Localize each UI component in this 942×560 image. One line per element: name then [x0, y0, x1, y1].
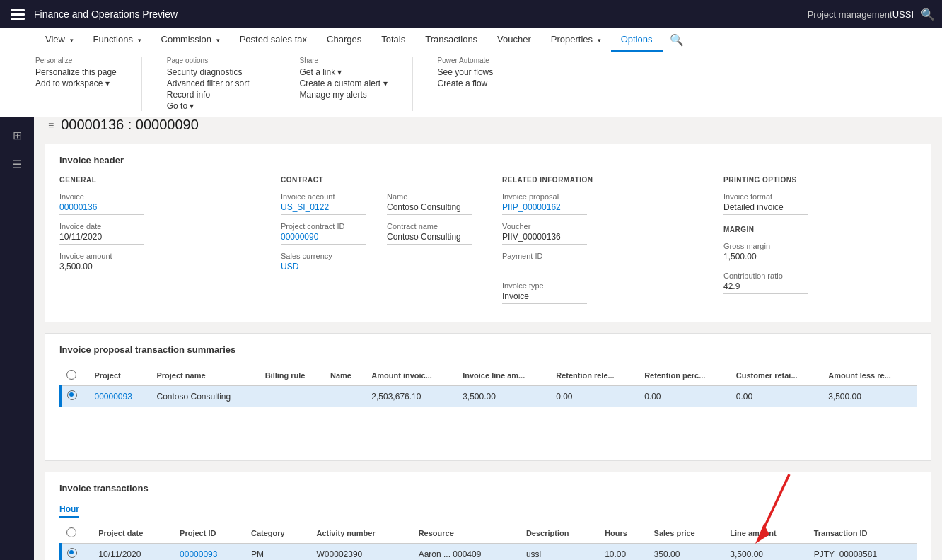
name-value: Contoso Consulting — [387, 202, 472, 215]
col-project[interactable]: Project — [88, 366, 151, 386]
voucher-label: Voucher — [502, 222, 695, 231]
project-contract-id-value[interactable]: 00000090 — [281, 232, 366, 245]
page-options-title: Page options — [167, 57, 250, 64]
txn-radio[interactable] — [67, 548, 77, 558]
list-view-icon[interactable]: ≡ — [48, 119, 54, 131]
col-project-name[interactable]: Project name — [151, 366, 259, 386]
invoice-proposal-field: Invoice proposal PIIP_00000162 — [502, 192, 695, 215]
txn-col-project-id[interactable]: Project ID — [174, 523, 245, 544]
main-content: ▼ Invoice journals | 0000093 : CONTOSO C… — [34, 92, 942, 560]
summary-name — [325, 386, 366, 407]
manage-alerts-link[interactable]: Manage my alerts — [299, 90, 387, 100]
col-invoice-line-am[interactable]: Invoice line am... — [457, 366, 550, 386]
security-diagnostics-link[interactable]: Security diagnostics — [167, 67, 250, 77]
col-amount-less[interactable]: Amount less re... — [822, 366, 917, 386]
txn-col-activity-number[interactable]: Activity number — [311, 523, 413, 544]
invoice-format-value: Detailed invoice — [723, 202, 808, 215]
ribbon-search-icon[interactable]: 🔍 — [670, 28, 684, 52]
share-items: Get a link ▾ Create a custom alert ▾ Man… — [299, 67, 387, 100]
payment-id-value — [502, 262, 587, 274]
sales-currency-label: Sales currency — [281, 252, 366, 260]
project-contract-id-label: Project contract ID — [281, 222, 366, 231]
record-info-link[interactable]: Record info — [167, 90, 250, 100]
invoice-proposal-value[interactable]: PIIP_00000162 — [502, 202, 587, 215]
ribbon-group-page-options: Page options Security diagnostics Advanc… — [167, 57, 250, 111]
summaries-header-row: Project Project name Billing rule Name A… — [61, 366, 917, 386]
invoice-proposal-label: Invoice proposal — [502, 192, 695, 201]
select-all-radio[interactable] — [66, 370, 76, 380]
ribbon-group-personalize: Personalize Personalize this page Add to… — [35, 57, 117, 111]
get-a-link-link[interactable]: Get a link ▾ — [299, 67, 387, 77]
summary-project-name: Contoso Consulting — [151, 386, 259, 407]
tab-options[interactable]: Options — [611, 28, 663, 52]
summary-retention-released: 0.00 — [550, 386, 639, 407]
txn-category: PM — [245, 544, 311, 561]
tab-view[interactable]: View ▾ — [35, 28, 83, 52]
create-custom-alert-link[interactable]: Create a custom alert ▾ — [299, 78, 387, 88]
go-to-link[interactable]: Go to ▾ — [167, 101, 250, 111]
invoice-date-field: Invoice date 10/11/2020 — [59, 222, 252, 245]
workspaces-icon[interactable]: ⊞ — [4, 122, 30, 148]
add-to-workspace-link[interactable]: Add to workspace ▾ — [35, 78, 117, 88]
modules-icon[interactable]: ☰ — [4, 151, 30, 177]
txn-radio-cell[interactable] — [61, 544, 93, 561]
create-a-flow-link[interactable]: Create a flow — [438, 78, 494, 88]
txn-col-line-amount[interactable]: Line amount — [724, 523, 808, 544]
tab-totals[interactable]: Totals — [371, 28, 415, 52]
col-retention-perc[interactable]: Retention perc... — [639, 366, 731, 386]
general-col: GENERAL Invoice 00000136 Invoice date 10… — [59, 176, 252, 311]
contribution-ratio-value: 42.9 — [723, 281, 808, 294]
txn-col-description[interactable]: Description — [521, 523, 599, 544]
voucher-field: Voucher PIIV_00000136 — [502, 222, 695, 245]
personalize-items: Personalize this page Add to workspace ▾ — [35, 67, 117, 88]
voucher-value: PIIV_00000136 — [502, 232, 587, 245]
tab-transactions[interactable]: Transactions — [415, 28, 487, 52]
ribbon-group-share: Share Get a link ▾ Create a custom alert… — [299, 57, 387, 111]
txn-resource: Aaron ... 000409 — [413, 544, 521, 561]
transactions-table: Project date Project ID Category Activit… — [59, 523, 917, 560]
advanced-filter-link[interactable]: Advanced filter or sort — [167, 78, 250, 88]
col-select — [61, 366, 89, 386]
related-info-title: RELATED INFORMATION — [502, 176, 695, 184]
gross-margin-label: Gross margin — [723, 242, 917, 250]
txn-col-project-date[interactable]: Project date — [93, 523, 174, 544]
separator3 — [412, 57, 413, 111]
txn-col-resource[interactable]: Resource — [413, 523, 521, 544]
tab-voucher[interactable]: Voucher — [487, 28, 541, 52]
tab-properties[interactable]: Properties ▾ — [541, 28, 611, 52]
see-your-flows-link[interactable]: See your flows — [438, 67, 494, 77]
ribbon: View ▾ Functions ▾ Commission ▾ Posted s… — [0, 28, 942, 117]
name-label: Name — [387, 192, 472, 201]
summary-radio-cell[interactable] — [61, 386, 89, 407]
tab-posted-sales-tax[interactable]: Posted sales tax — [230, 28, 317, 52]
summary-billing-rule — [260, 386, 325, 407]
search-icon[interactable]: 🔍 — [921, 8, 935, 21]
contract-name-value: Contoso Consulting — [387, 232, 472, 245]
col-amount-invoiced[interactable]: Amount invoic... — [366, 366, 457, 386]
tab-commission[interactable]: Commission ▾ — [151, 28, 230, 52]
txn-col-hours[interactable]: Hours — [599, 523, 648, 544]
invoice-value[interactable]: 00000136 — [59, 202, 144, 215]
tab-charges[interactable]: Charges — [317, 28, 371, 52]
txn-hours: 10.00 — [599, 544, 648, 561]
sales-currency-value[interactable]: USD — [281, 262, 366, 274]
power-automate-items: See your flows Create a flow — [438, 67, 494, 88]
summary-radio[interactable] — [67, 390, 77, 400]
txn-col-sales-price[interactable]: Sales price — [649, 523, 725, 544]
col-retention-rel[interactable]: Retention rele... — [550, 366, 639, 386]
col-customer-retainer[interactable]: Customer retai... — [731, 366, 822, 386]
txn-project-date: 10/11/2020 — [93, 544, 174, 561]
tab-functions[interactable]: Functions ▾ — [83, 28, 151, 52]
col-name[interactable]: Name — [325, 366, 366, 386]
personalize-page-link[interactable]: Personalize this page — [35, 67, 117, 77]
invoice-account-value[interactable]: US_SI_0122 — [281, 202, 366, 215]
col-billing-rule[interactable]: Billing rule — [260, 366, 325, 386]
txn-col-category[interactable]: Category — [245, 523, 311, 544]
gross-margin-value: 1,500.00 — [723, 252, 808, 264]
app-grid-button[interactable] — [7, 6, 28, 23]
printing-options-title: PRINTING OPTIONS — [723, 176, 917, 184]
txn-select-all-radio[interactable] — [66, 527, 76, 537]
invoice-amount-field: Invoice amount 3,500.00 — [59, 252, 252, 274]
txn-col-transaction-id[interactable]: Transaction ID — [808, 523, 917, 544]
txn-description: ussi — [521, 544, 599, 561]
